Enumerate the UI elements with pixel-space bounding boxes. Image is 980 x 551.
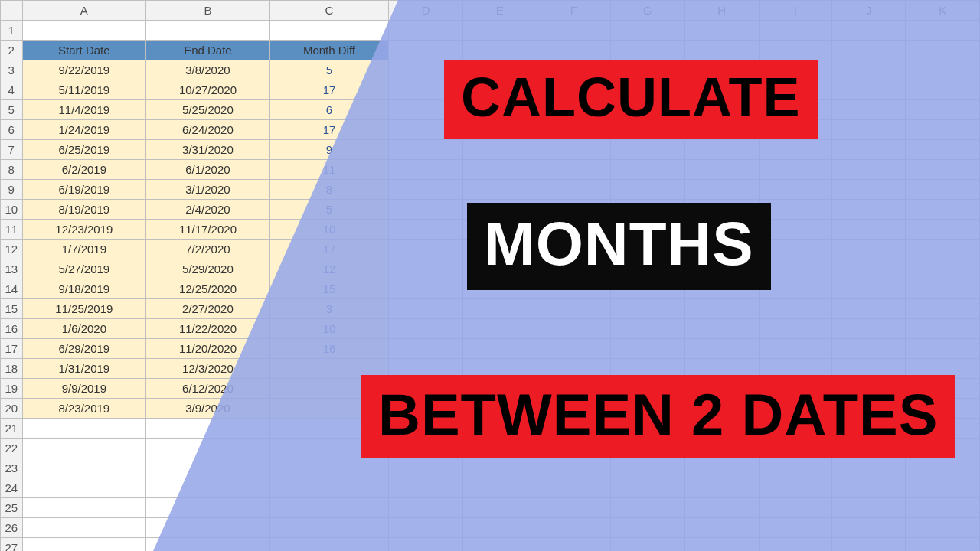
label-calculate: CALCULATE (444, 60, 818, 139)
label-between: BETWEEN 2 DATES (361, 375, 955, 458)
label-months: MONTHS (467, 203, 771, 290)
title-overlay: CALCULATE MONTHS BETWEEN 2 DATES (0, 0, 980, 551)
